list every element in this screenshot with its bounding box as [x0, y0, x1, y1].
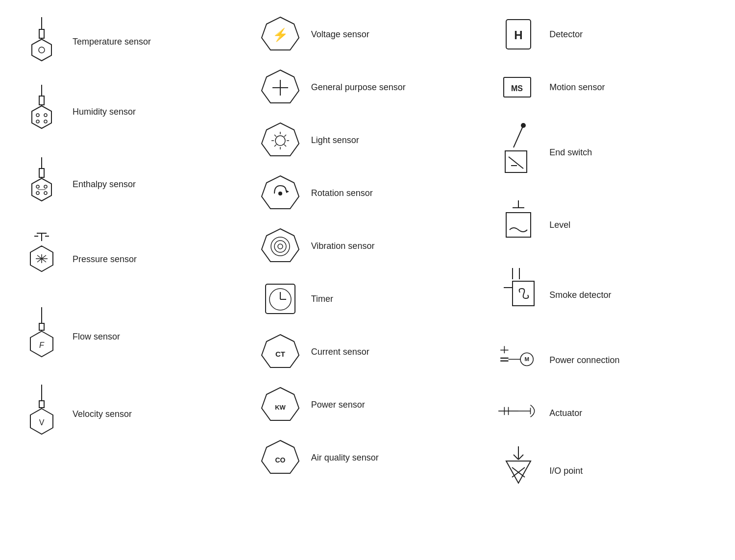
- detector-label: Detector: [549, 29, 583, 40]
- velocity-label: Velocity sensor: [73, 409, 132, 419]
- motion-sensor-symbol: MS: [496, 68, 540, 107]
- svg-point-8: [44, 114, 47, 117]
- svg-point-17: [44, 192, 47, 195]
- level-symbol: [496, 198, 540, 252]
- svg-point-10: [44, 120, 47, 123]
- svg-point-16: [36, 192, 39, 195]
- power-label: Power sensor: [311, 400, 365, 410]
- symbol-row-current: CT Current sensor: [258, 332, 477, 371]
- svg-rect-5: [39, 96, 44, 105]
- power-sensor-symbol: KW: [258, 385, 302, 424]
- svg-rect-29: [39, 323, 44, 330]
- general-sensor-symbol: [258, 68, 302, 107]
- svg-point-53: [278, 192, 282, 195]
- actuator-symbol: [496, 396, 540, 430]
- svg-text:MS: MS: [511, 84, 523, 93]
- svg-text:M: M: [525, 356, 530, 362]
- light-label: Light sensor: [311, 135, 359, 146]
- column-3: H Detector MS Motion sensor: [487, 10, 725, 516]
- svg-line-73: [514, 125, 523, 147]
- page: Temperature sensor Humidity sensor: [10, 10, 725, 516]
- symbol-row-pressure: Pressure sensor: [20, 227, 239, 291]
- power-connection-label: Power connection: [549, 355, 619, 365]
- symbol-row-general: General purpose sensor: [258, 68, 477, 107]
- flow-sensor-symbol: F: [20, 305, 64, 368]
- column-1: Temperature sensor Humidity sensor: [10, 10, 248, 516]
- timer-label: Timer: [311, 294, 333, 304]
- power-connection-symbol: M: [496, 338, 540, 382]
- voltage-sensor-symbol: ⚡: [258, 15, 302, 54]
- symbol-row-end-switch: End switch: [496, 121, 715, 184]
- end-switch-label: End switch: [549, 147, 592, 158]
- symbol-row-flow: F Flow sensor: [20, 305, 239, 368]
- detector-symbol: H: [496, 15, 540, 54]
- svg-rect-1: [39, 29, 44, 38]
- humidity-sensor-symbol: [20, 82, 64, 141]
- symbol-row-motion: MS Motion sensor: [496, 68, 715, 107]
- symbol-row-voltage: ⚡ Voltage sensor: [258, 15, 477, 54]
- symbol-row-io: I/O point: [496, 444, 715, 498]
- level-label: Level: [549, 220, 570, 230]
- symbol-row-power-connection: M Power connection: [496, 338, 715, 382]
- end-switch-symbol: [496, 121, 540, 184]
- actuator-label: Actuator: [549, 408, 582, 418]
- svg-rect-33: [39, 401, 44, 408]
- svg-rect-74: [505, 151, 527, 172]
- svg-line-97: [514, 455, 518, 460]
- io-point-symbol: [496, 444, 540, 498]
- symbol-row-rotation: Rotation sensor: [258, 173, 477, 213]
- humidity-label: Humidity sensor: [73, 107, 136, 117]
- smoke-detector-symbol: [496, 266, 540, 324]
- symbol-row-vibration: Vibration sensor: [258, 226, 477, 266]
- current-label: Current sensor: [311, 347, 369, 357]
- air-label: Air quality sensor: [311, 453, 379, 463]
- velocity-sensor-symbol: V: [20, 382, 64, 446]
- symbol-row-air: CO Air quality sensor: [258, 438, 477, 477]
- svg-line-98: [518, 455, 523, 460]
- symbol-row-timer: Timer: [258, 279, 477, 318]
- symbol-row-light: Light sensor: [258, 121, 477, 160]
- io-label: I/O point: [549, 466, 583, 476]
- symbol-row-velocity: V Velocity sensor: [20, 382, 239, 446]
- symbol-row-humidity: Humidity sensor: [20, 82, 239, 141]
- enthalpy-label: Enthalpy sensor: [73, 179, 136, 190]
- flow-label: Flow sensor: [73, 332, 120, 342]
- svg-text:⚡: ⚡: [272, 27, 289, 43]
- vibration-sensor-symbol: [258, 226, 302, 266]
- enthalpy-sensor-symbol: [20, 155, 64, 214]
- svg-point-42: [275, 136, 285, 146]
- pressure-label: Pressure sensor: [73, 254, 137, 265]
- svg-text:KW: KW: [275, 404, 286, 411]
- svg-point-7: [36, 114, 39, 117]
- svg-rect-79: [506, 213, 531, 237]
- svg-rect-12: [39, 169, 44, 177]
- smoke-label: Smoke detector: [549, 290, 611, 300]
- air-sensor-symbol: CO: [258, 438, 302, 477]
- svg-point-15: [44, 185, 47, 188]
- svg-point-3: [39, 47, 45, 53]
- svg-text:CO: CO: [275, 456, 285, 464]
- svg-marker-6: [32, 106, 51, 128]
- light-sensor-symbol: [258, 121, 302, 160]
- svg-point-14: [36, 185, 39, 188]
- symbol-row-actuator: Actuator: [496, 396, 715, 430]
- symbol-row-level: Level: [496, 198, 715, 252]
- svg-text:V: V: [39, 418, 45, 427]
- svg-point-55: [278, 244, 283, 249]
- svg-point-9: [36, 120, 39, 123]
- svg-text:CT: CT: [275, 350, 285, 358]
- rotation-label: Rotation sensor: [311, 188, 373, 198]
- symbol-row-power: KW Power sensor: [258, 385, 477, 424]
- symbol-row-detector: H Detector: [496, 15, 715, 54]
- pressure-sensor-symbol: [20, 227, 64, 291]
- motion-label: Motion sensor: [549, 82, 605, 93]
- symbol-row-temperature: Temperature sensor: [20, 15, 239, 69]
- timer-symbol: [258, 279, 302, 318]
- temperature-label: Temperature sensor: [73, 37, 151, 47]
- symbol-row-enthalpy: Enthalpy sensor: [20, 155, 239, 214]
- general-label: General purpose sensor: [311, 82, 406, 93]
- rotation-sensor-symbol: [258, 173, 302, 213]
- voltage-label: Voltage sensor: [311, 29, 369, 40]
- symbol-row-smoke: Smoke detector: [496, 266, 715, 324]
- vibration-label: Vibration sensor: [311, 241, 375, 251]
